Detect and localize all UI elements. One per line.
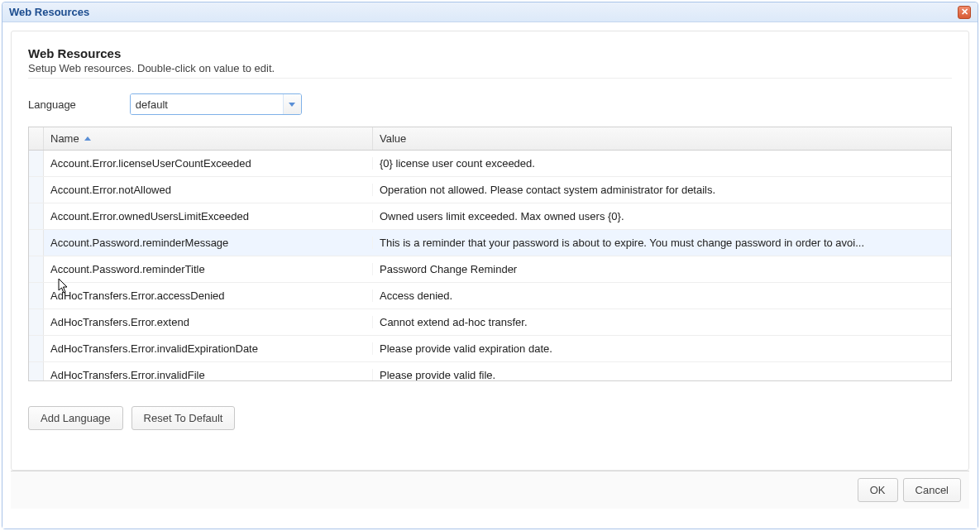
cell-value[interactable]: Password Change Reminder [373, 263, 951, 275]
resources-grid: Name Value Account.Error.licenseUserCoun… [28, 127, 952, 381]
language-combo[interactable] [130, 93, 302, 115]
column-value[interactable]: Value [373, 127, 951, 150]
cell-name: AdHocTransfers.Error.accessDenied [44, 289, 373, 302]
table-row[interactable]: Account.Error.notAllowedOperation not al… [29, 177, 951, 203]
web-resources-dialog: Web Resources ✕ Web Resources Setup Web … [2, 2, 978, 529]
cell-name: Account.Error.licenseUserCountExceeded [44, 157, 373, 170]
row-gutter [29, 177, 44, 203]
grid-header: Name Value [29, 127, 951, 151]
table-row[interactable]: Account.Error.ownedUsersLimitExceededOwn… [29, 203, 951, 230]
cell-value[interactable]: This is a reminder that your password is… [373, 237, 951, 249]
table-row[interactable]: Account.Error.licenseUserCountExceeded{0… [29, 151, 951, 177]
cell-value[interactable]: Owned users limit exceeded. Max owned us… [373, 210, 951, 222]
section-subtitle: Setup Web resources. Double-click on val… [28, 62, 952, 79]
close-x: ✕ [961, 7, 968, 17]
cell-name: Account.Password.reminderTitle [44, 263, 373, 275]
sort-asc-icon [84, 136, 91, 141]
section-title: Web Resources [28, 46, 952, 60]
row-gutter [29, 203, 44, 229]
cell-value[interactable]: {0} license user count exceeded. [373, 157, 951, 170]
column-gutter [29, 127, 44, 150]
cell-name: AdHocTransfers.Error.extend [44, 316, 373, 328]
language-row: Language [28, 93, 952, 115]
panel-buttons: Add Language Reset To Default [28, 406, 952, 430]
row-gutter [29, 362, 44, 380]
cell-name: AdHocTransfers.Error.invalidFile [44, 369, 373, 380]
row-gutter [29, 151, 44, 176]
close-icon[interactable]: ✕ [958, 6, 971, 19]
language-label: Language [28, 98, 76, 111]
cell-name: Account.Error.notAllowed [44, 184, 373, 196]
row-gutter [29, 336, 44, 361]
cell-value[interactable]: Access denied. [373, 289, 951, 302]
row-gutter [29, 256, 44, 282]
cell-name: Account.Error.ownedUsersLimitExceeded [44, 210, 373, 222]
window-header: Web Resources ✕ [2, 2, 978, 22]
cell-value[interactable]: Please provide valid file. [373, 369, 951, 380]
cell-name: AdHocTransfers.Error.invalidExpirationDa… [44, 342, 373, 355]
add-language-button[interactable]: Add Language [28, 406, 123, 430]
dialog-footer: OK Cancel [11, 471, 969, 509]
language-trigger[interactable] [283, 94, 301, 114]
row-gutter [29, 309, 44, 335]
cell-value[interactable]: Operation not allowed. Please contact sy… [373, 184, 951, 196]
table-row[interactable]: AdHocTransfers.Error.accessDeniedAccess … [29, 283, 951, 309]
row-gutter [29, 230, 44, 256]
content-panel: Web Resources Setup Web resources. Doubl… [11, 31, 969, 471]
grid-body[interactable]: Account.Error.licenseUserCountExceeded{0… [29, 151, 951, 380]
grid-body-wrap: Account.Error.licenseUserCountExceeded{0… [29, 151, 951, 380]
cell-value[interactable]: Cannot extend ad-hoc transfer. [373, 316, 951, 328]
cell-value[interactable]: Please provide valid expiration date. [373, 342, 951, 355]
table-row[interactable]: Account.Password.reminderTitlePassword C… [29, 256, 951, 283]
chevron-down-icon [289, 103, 295, 107]
cancel-button[interactable]: Cancel [903, 478, 961, 502]
ok-button[interactable]: OK [858, 478, 898, 502]
column-value-label: Value [380, 132, 406, 145]
table-row[interactable]: AdHocTransfers.Error.extendCannot extend… [29, 309, 951, 336]
reset-default-button[interactable]: Reset To Default [131, 406, 236, 430]
window-title: Web Resources [9, 6, 89, 18]
table-row[interactable]: AdHocTransfers.Error.invalidFilePlease p… [29, 362, 951, 380]
table-row[interactable]: Account.Password.reminderMessageThis is … [29, 230, 951, 256]
column-name-label: Name [50, 132, 79, 145]
table-row[interactable]: AdHocTransfers.Error.invalidExpirationDa… [29, 336, 951, 362]
language-input[interactable] [131, 94, 283, 114]
window-body: Web Resources Setup Web resources. Doubl… [2, 22, 978, 529]
column-name[interactable]: Name [44, 127, 373, 150]
cell-name: Account.Password.reminderMessage [44, 237, 373, 249]
row-gutter [29, 283, 44, 309]
